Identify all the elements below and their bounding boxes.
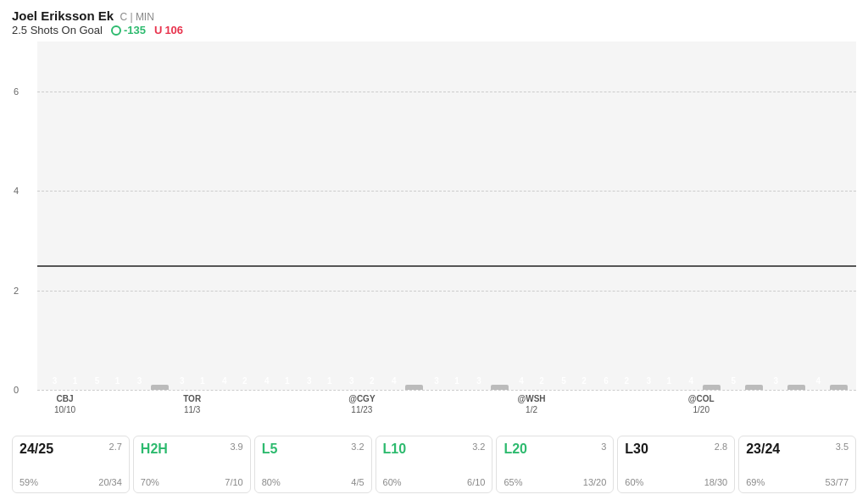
stat-main: L30 <box>625 442 648 457</box>
over-badge: -135 <box>111 24 146 36</box>
prop-label: 2.5 Shots On Goal <box>12 24 103 36</box>
bar-value-label: 1 <box>115 376 120 386</box>
bar-value-label: 2 <box>370 376 375 386</box>
stat-sub-left: 69% <box>746 477 765 487</box>
bar-value-label: 3 <box>646 376 651 386</box>
main-container: Joel Eriksson Ek C | MIN 2.5 Shots On Go… <box>0 0 868 500</box>
under-badge: U 106 <box>154 24 183 36</box>
bar-value-label: 3 <box>53 376 58 386</box>
stat-sub-right: 4/5 <box>351 477 364 487</box>
stat-side: 3 <box>601 442 606 452</box>
stat-side: 3.2 <box>472 442 485 452</box>
stat-card-l5: L53.280%4/5 <box>254 436 372 493</box>
stat-side: 3.5 <box>836 442 849 452</box>
bar-value-label: 4 <box>264 376 270 386</box>
stat-card-l10: L103.260%6/10 <box>376 436 493 493</box>
bar-value-label: 6 <box>604 376 609 386</box>
stat-card-l20: L20365%13/20 <box>496 436 614 493</box>
bar-value-label: 5 <box>561 376 566 386</box>
stat-main: L20 <box>504 442 527 457</box>
stat-card-season2: 23/243.569%53/77 <box>738 436 856 493</box>
x-axis-label: TOR11/3 <box>173 393 211 415</box>
x-labels: CBJ10/10TOR11/3@CGY11/23@WSH1/2@COL1/20 <box>37 390 856 432</box>
y-axis-label: 2 <box>14 286 19 296</box>
player-name: Joel Eriksson Ek <box>12 8 114 23</box>
bar-value-label: 3 <box>774 376 779 386</box>
stat-sub-right: 18/30 <box>704 477 728 487</box>
bar-value-label: 2 <box>539 376 544 386</box>
bar-value-label: 4 <box>519 376 524 386</box>
stat-main: 24/25 <box>19 442 53 457</box>
stat-sub-left: 80% <box>262 477 281 487</box>
stat-sub-left: 60% <box>625 477 643 487</box>
stat-card-season: 24/252.759%20/34 <box>12 436 130 493</box>
stat-main: L5 <box>262 442 278 457</box>
y-axis-label: 0 <box>14 385 19 395</box>
player-meta: C | MIN <box>120 11 153 23</box>
bar-value-label: 4 <box>392 376 397 386</box>
stat-side: 3.2 <box>351 442 364 452</box>
bar-value-label: 4 <box>688 376 693 386</box>
bar-value-label: 3 <box>307 376 312 386</box>
bar-value-label: 3 <box>137 376 142 386</box>
stat-sub-left: 65% <box>504 477 522 487</box>
stat-main: H2H <box>141 442 168 457</box>
bar-value-label: 1 <box>454 376 459 386</box>
stat-side: 2.8 <box>715 442 727 452</box>
stat-sub-right: 13/20 <box>583 477 607 487</box>
bar-value-label: 1 <box>200 376 205 386</box>
bar-value-label: 5 <box>731 376 736 386</box>
stat-sub-right: 6/10 <box>467 477 485 487</box>
y-axis-label: 4 <box>14 186 19 196</box>
bar-value-label: 3 <box>476 376 481 386</box>
bar-value-label: 3 <box>434 376 439 386</box>
stat-main: 23/24 <box>746 442 780 457</box>
stat-sub-left: 59% <box>19 477 38 487</box>
stat-sub-right: 53/77 <box>825 477 849 487</box>
stat-sub-left: 70% <box>141 477 159 487</box>
bar-value-label: 5 <box>95 376 100 386</box>
x-axis-label: @WSH1/2 <box>513 393 551 415</box>
bar-value-label: 4 <box>816 376 821 386</box>
y-axis-label: 6 <box>14 86 19 97</box>
stat-card-l30: L302.860%18/30 <box>617 436 735 493</box>
stats-bar: 24/252.759%20/34H2H3.970%7/10L53.280%4/5… <box>12 436 856 493</box>
bar-value-label: 2 <box>242 376 248 386</box>
over-icon <box>111 25 121 36</box>
bar-value-label: 2 <box>624 376 629 386</box>
stat-card-h2h: H2H3.970%7/10 <box>133 436 251 493</box>
bar-value-label: 1 <box>285 376 290 386</box>
chart-area: 64203151331424131324313425262314534 <box>37 42 856 390</box>
bars-container: 3151331424131324313425262314534 <box>37 42 856 390</box>
bar-value-label: 1 <box>73 376 78 386</box>
prop-line: 2.5 Shots On Goal -135 U 106 <box>12 24 856 36</box>
under-label: U <box>154 24 162 36</box>
bar-value-label: 1 <box>666 376 671 386</box>
x-axis-label: @CGY11/23 <box>342 393 381 415</box>
bar-value-label: 3 <box>349 376 354 386</box>
bar-value-label: 3 <box>180 376 185 386</box>
stat-main: L10 <box>383 442 407 457</box>
stat-side: 3.9 <box>230 442 242 452</box>
bar-value-label: 2 <box>581 376 587 386</box>
player-name-row: Joel Eriksson Ek C | MIN <box>12 8 856 23</box>
chart-wrapper: 64203151331424131324313425262314534 CBJ1… <box>12 42 856 432</box>
stat-side: 2.7 <box>109 442 122 452</box>
bar-value-label: 1 <box>327 376 332 386</box>
x-axis-label: CBJ10/10 <box>46 393 84 415</box>
x-axis-label: @COL1/20 <box>682 393 721 415</box>
bar-value-label: 4 <box>222 376 227 386</box>
stat-sub-left: 60% <box>383 477 402 487</box>
stat-sub-right: 20/34 <box>98 477 122 487</box>
stat-sub-right: 7/10 <box>225 477 242 487</box>
header: Joel Eriksson Ek C | MIN 2.5 Shots On Go… <box>12 8 856 36</box>
